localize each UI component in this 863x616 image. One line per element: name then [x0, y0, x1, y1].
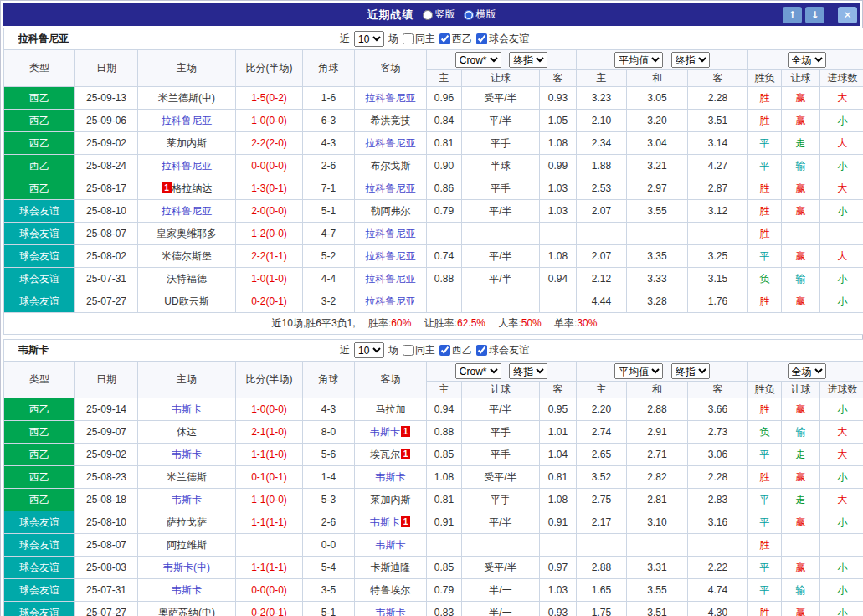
league-filter[interactable]: 西乙 [439, 32, 472, 46]
layout-radio-vertical[interactable]: 竖版 [423, 8, 455, 22]
home-odds [427, 223, 462, 245]
scroll-up-button[interactable]: ↑ [783, 7, 802, 23]
red-card-badge: 1 [401, 449, 410, 459]
match-score: 2-0(0-0) [236, 200, 303, 223]
vertical-radio[interactable] [423, 10, 433, 20]
avg-away-odds: 4.74 [688, 579, 748, 602]
layout-radio-horizontal[interactable]: 横版 [464, 8, 496, 22]
scroll-down-button[interactable]: ↓ [805, 7, 824, 23]
match-count-select[interactable]: 10 [354, 31, 384, 47]
average-select[interactable]: 平均值 [614, 363, 663, 379]
match-score: 0-2(0-1) [236, 602, 303, 616]
match-row: 球会友谊25-07-31沃特福德1-0(1-0)4-4拉科鲁尼亚0.88平/半0… [4, 268, 863, 290]
home-team: 韦斯卡 [138, 444, 236, 466]
team-name: 拉科鲁尼亚 [162, 160, 212, 172]
match-date: 25-09-02 [75, 444, 138, 466]
same-home-filter[interactable]: 同主 [403, 32, 435, 46]
friendly-filter[interactable]: 球会友谊 [476, 32, 529, 46]
result-wdl: 胜 [748, 110, 782, 132]
handicap-line: 受平/半 [462, 87, 540, 110]
away-team: 希洪竞技 [355, 110, 427, 132]
horizontal-radio[interactable] [464, 10, 474, 20]
away-odds: 0.95 [540, 398, 577, 421]
col-header-handicap-result: 让球 [782, 70, 820, 87]
avg-away-odds [688, 223, 748, 245]
match-score: 2-2(2-0) [236, 132, 303, 155]
avg-home-odds: 2.10 [577, 110, 627, 132]
same-home-checkbox[interactable] [403, 33, 414, 44]
final-index-select[interactable]: 终指 [509, 363, 547, 379]
home-odds: 1.08 [427, 466, 462, 489]
away-odds: 1.01 [540, 421, 577, 444]
away-team: 勒阿弗尔 [355, 200, 427, 223]
result-goals: 小 [820, 511, 863, 534]
friendly-checkbox[interactable] [476, 345, 487, 356]
full-match-select[interactable]: 全场 [788, 363, 826, 379]
team-name: 韦斯卡 [370, 516, 400, 528]
odds-company-select[interactable]: Crow* [455, 52, 501, 68]
result-goals: 大 [820, 444, 863, 466]
away-team: 拉科鲁尼亚 [355, 132, 427, 155]
away-odds: 1.03 [540, 200, 577, 223]
result-goals: 小 [820, 579, 863, 602]
team-name: 韦斯卡 [172, 494, 202, 506]
handicap-line: 半/一 [462, 602, 540, 616]
avg-away-odds: 2.28 [688, 87, 748, 110]
result-wdl: 胜 [748, 466, 782, 489]
col-header-type: 类型 [4, 50, 75, 87]
league-type-badge: 球会友谊 [4, 579, 75, 602]
friendly-filter[interactable]: 球会友谊 [476, 343, 529, 357]
same-home-checkbox[interactable] [403, 345, 414, 356]
result-wdl: 负 [748, 268, 782, 290]
avg-draw-odds: 2.81 [627, 489, 688, 511]
avg-home-odds: 2.07 [577, 245, 627, 268]
away-team: 特鲁埃尔 [355, 579, 427, 602]
away-odds [540, 290, 577, 313]
result-goals: 大 [820, 245, 863, 268]
handicap-line: 平手 [462, 132, 540, 155]
final-index-select[interactable]: 终指 [509, 52, 547, 68]
close-button[interactable]: ✕ [838, 7, 857, 23]
team-name: 马拉加 [376, 403, 406, 415]
result-goals: 小 [820, 110, 863, 132]
final-index-select-2[interactable]: 终指 [671, 363, 710, 379]
away-team: 拉科鲁尼亚 [355, 223, 427, 245]
league-label: 西乙 [452, 32, 472, 46]
result-wdl: 胜 [748, 87, 782, 110]
handicap-line: 平手 [462, 489, 540, 511]
avg-draw-odds: 2.97 [627, 177, 688, 200]
team-name: 韦斯卡 [376, 607, 406, 616]
result-handicap: 赢 [782, 177, 820, 200]
match-score: 0-2(0-1) [236, 290, 303, 313]
odds-company-select[interactable]: Crow* [455, 363, 501, 379]
match-date: 25-07-31 [75, 579, 138, 602]
average-select[interactable]: 平均值 [614, 52, 663, 68]
avg-home-odds: 2.88 [577, 557, 627, 579]
final-index-select-2[interactable]: 终指 [671, 52, 710, 68]
league-checkbox[interactable] [439, 345, 450, 356]
col-header-handicap-result: 让球 [782, 382, 820, 398]
team-name: 皇家奥维耶多 [157, 228, 217, 239]
match-row: 西乙25-09-13米兰德斯(中)1-5(0-2)1-6拉科鲁尼亚0.96受平/… [4, 87, 863, 110]
league-filter[interactable]: 西乙 [439, 343, 472, 357]
team-name: 拉科鲁尼亚 [366, 228, 416, 239]
match-row: 球会友谊25-08-07皇家奥维耶多1-2(0-0)4-7拉科鲁尼亚胜 [4, 223, 863, 245]
result-goals: 小 [820, 268, 863, 290]
league-checkbox[interactable] [439, 33, 450, 44]
friendly-checkbox[interactable] [476, 33, 487, 44]
same-home-filter[interactable]: 同主 [403, 343, 435, 357]
match-count-select[interactable]: 10 [354, 342, 384, 358]
home-team: 阿拉维斯 [138, 534, 236, 557]
team-name: 拉科鲁尼亚 [366, 273, 416, 285]
col-header-goals: 进球数 [820, 382, 863, 398]
match-row: 球会友谊25-08-10拉科鲁尼亚2-0(0-0)5-1勒阿弗尔0.79平/半1… [4, 200, 863, 223]
match-score: 1-3(0-1) [236, 177, 303, 200]
away-odds: 1.08 [540, 132, 577, 155]
match-date: 25-08-17 [75, 177, 138, 200]
away-odds: 1.03 [540, 579, 577, 602]
home-odds: 0.74 [427, 245, 462, 268]
avg-home-odds: 1.65 [577, 579, 627, 602]
away-odds: 1.05 [540, 110, 577, 132]
full-match-select[interactable]: 全场 [788, 52, 826, 68]
corner-count: 5-2 [303, 245, 355, 268]
